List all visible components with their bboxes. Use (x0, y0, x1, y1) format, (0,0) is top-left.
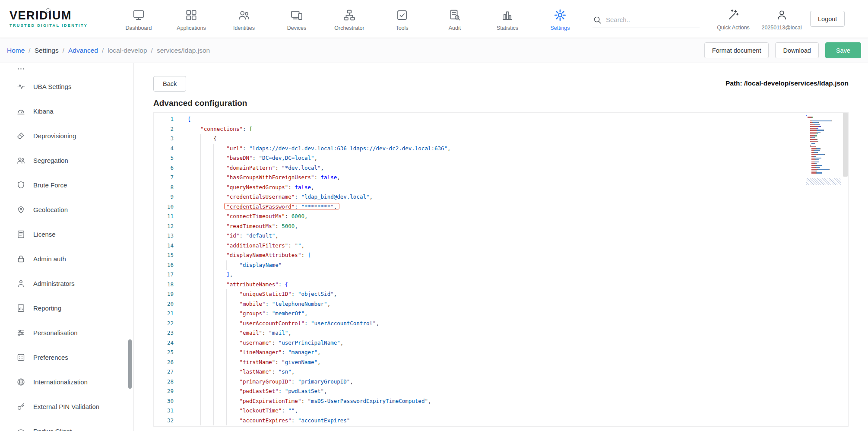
code-line[interactable]: 7 "hasGroupsWithForeignUsers": false, (154, 173, 848, 183)
code-line[interactable]: 25 "lineManager": "manager", (154, 348, 848, 358)
nav-item-audit[interactable]: Audit (428, 7, 481, 31)
sidebar-item-reporting[interactable]: Reporting (0, 296, 133, 320)
save-button[interactable]: Save (825, 42, 861, 58)
indent-guide (213, 367, 214, 377)
nav-item-devices[interactable]: Devices (270, 7, 323, 31)
quick-actions-button[interactable]: Quick Actions (709, 7, 757, 31)
code-line[interactable]: 32 "accountExpires": "accountExpires" (154, 416, 848, 426)
sidebar-item-label: Kibana (33, 108, 54, 115)
sidebar-item-external-pin-validation[interactable]: External PIN Validation (0, 394, 133, 419)
report-chart-icon (16, 304, 25, 313)
editor-scrollbar[interactable] (843, 113, 848, 426)
code-line[interactable]: 29 "pwdLastSet": "pwdLastSet", (154, 387, 848, 396)
indent-guide (213, 377, 214, 387)
sidebar-item-deprovisioning[interactable]: Deprovisioning (0, 124, 133, 148)
logo-wordmark: VERIDIUM (10, 10, 72, 22)
sidebar-item-more[interactable] (0, 63, 133, 74)
indent-guide (213, 396, 214, 406)
code-line[interactable]: 13 "id": "default", (154, 231, 848, 241)
nav-item-applications[interactable]: Applications (165, 7, 218, 31)
nav-item-statistics[interactable]: Statistics (481, 7, 534, 31)
breadcrumb-item-advanced[interactable]: Advanced (68, 47, 98, 54)
code-line[interactable]: 28 "primaryGroupID": "primaryGroupID", (154, 377, 848, 387)
indent-guide (200, 406, 201, 416)
sidebar-item-geolocation[interactable]: Geolocation (0, 197, 133, 222)
format-document-button[interactable]: Format document (704, 42, 769, 58)
code-line[interactable]: 18 "attributeNames": { (154, 280, 848, 290)
code-line[interactable]: 19 "uniqueStaticID": "objectSid", (154, 289, 848, 299)
download-button[interactable]: Download (775, 42, 819, 58)
code-line[interactable]: 1{ (154, 114, 848, 124)
sidebar-item-preferences[interactable]: Preferences (0, 345, 133, 370)
code-line[interactable]: 16 "displayName" (154, 260, 848, 270)
line-number: 28 (154, 377, 174, 387)
code-text: "email": "mail", (187, 328, 291, 338)
nav-item-dashboard[interactable]: Dashboard (112, 7, 165, 31)
code-line[interactable]: 10 "credentialsPassword": "********", (154, 202, 848, 212)
sitemap-icon (343, 9, 356, 22)
minimap[interactable] (806, 115, 841, 184)
sidebar-item-license[interactable]: License (0, 222, 133, 247)
code-line[interactable]: 27 "lastName": "sn", (154, 367, 848, 377)
code-text: "credentialsPassword": "********", (187, 202, 337, 212)
code-line[interactable]: 9 "credentialsUsername": "ldap_bind@dev.… (154, 192, 848, 202)
minimap-token (818, 169, 830, 170)
code-line[interactable]: 14 "additionalFilters": "", (154, 241, 848, 251)
editor-scrollbar-thumb[interactable] (843, 113, 848, 177)
breadcrumb-item-home[interactable]: Home (7, 47, 25, 54)
code-line[interactable]: 20 "mobile": "telephoneNumber", (154, 299, 848, 309)
line-number: 4 (154, 144, 174, 154)
sidebar-item-uba-settings[interactable]: UBA Settings (0, 74, 133, 99)
sidebar-item-label: Geolocation (33, 206, 68, 213)
code-line[interactable]: 6 "domainPattern": "*dev.local", (154, 163, 848, 173)
veridium-logo[interactable]: VERIDIUM TRUSTED DIGITAL IDENTITY (10, 10, 101, 28)
code-line[interactable]: 5 "baseDN": "DC=dev,DC=local", (154, 153, 848, 163)
code-text: "firstName": "givenName", (187, 358, 321, 368)
sidebar-item-brute-force[interactable]: Brute Force (0, 173, 133, 197)
nav-item-tools[interactable]: Tools (376, 7, 428, 31)
sidebar-item-radius-client[interactable]: Radius Client (0, 419, 133, 431)
user-menu[interactable]: 20250113@local (757, 7, 806, 31)
code-text: "readTimeoutMs": 5000, (187, 222, 298, 231)
sidebar-item-administrators[interactable]: Administrators (0, 271, 133, 296)
sidebar-item-kibana[interactable]: Kibana (0, 99, 133, 124)
logout-button[interactable]: Logout (810, 11, 845, 27)
indent-guide (226, 348, 227, 358)
code-line[interactable]: 12 "readTimeoutMs": 5000, (154, 222, 848, 231)
code-line[interactable]: 21 "groups": "memberOf", (154, 309, 848, 319)
code-text: "connectTimeoutMs": 6000, (187, 212, 307, 222)
indent-guide (200, 319, 201, 329)
minimap-token (820, 126, 821, 127)
code-line[interactable]: 8 "queryNestedGroups": false, (154, 183, 848, 193)
minimap-token (810, 128, 816, 129)
code-line[interactable]: 24 "username": "userPrincipalName", (154, 338, 848, 348)
code-line[interactable]: 11 "connectTimeoutMs": 6000, (154, 212, 848, 222)
code-line[interactable]: 4 "url": "ldaps://dev-dc1.dev.local:636 … (154, 144, 848, 154)
search-input[interactable] (606, 16, 700, 23)
nav-item-settings[interactable]: Settings (534, 7, 586, 31)
sidebar-item-internationalization[interactable]: Internationalization (0, 370, 133, 394)
nav-item-orchestrator[interactable]: Orchestrator (323, 7, 376, 31)
indent-guide (200, 192, 201, 202)
code-editor[interactable]: 1{2 "connections": [3 {4 "url": "ldaps:/… (153, 112, 849, 427)
minimap-token (818, 128, 818, 129)
code-text: "displayName" (187, 260, 282, 270)
back-button[interactable]: Back (153, 76, 186, 92)
sidebar-item-admin-auth[interactable]: Admin auth (0, 247, 133, 271)
sidebar-item-personalisation[interactable]: Personalisation (0, 320, 133, 345)
code-line[interactable]: 31 "lockoutTime": "", (154, 406, 848, 416)
code-line[interactable]: 22 "userAccountControl": "userAccountCon… (154, 319, 848, 329)
nav-item-identities[interactable]: Identities (218, 7, 270, 31)
code-line[interactable]: 30 "pwdExpirationTime": "msDS-UserPasswo… (154, 396, 848, 406)
code-text: "additionalFilters": "", (187, 241, 304, 251)
code-line[interactable]: 15 "displayNameAttributes": [ (154, 250, 848, 260)
code-line[interactable]: 2 "connections": [ (154, 124, 848, 134)
code-line[interactable]: 17 ], (154, 270, 848, 280)
sidebar-scrollbar-thumb[interactable] (128, 339, 132, 389)
code-line[interactable]: 23 "email": "mail", (154, 328, 848, 338)
code-line[interactable]: 3 { (154, 134, 848, 144)
gear-icon (554, 9, 567, 22)
indent-guide (200, 202, 201, 212)
code-line[interactable]: 26 "firstName": "givenName", (154, 358, 848, 368)
sidebar-item-segregation[interactable]: Segregation (0, 148, 133, 173)
